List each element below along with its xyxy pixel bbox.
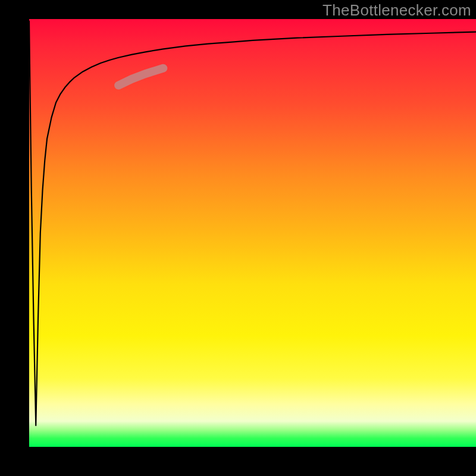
watermark-text: TheBottlenecker.com xyxy=(322,1,471,20)
curve-layer xyxy=(29,19,476,447)
plot-area xyxy=(29,19,476,447)
bottleneck-curve xyxy=(29,21,476,425)
highlight-segment xyxy=(118,68,163,86)
chart-stage: TheBottlenecker.com xyxy=(0,0,476,476)
